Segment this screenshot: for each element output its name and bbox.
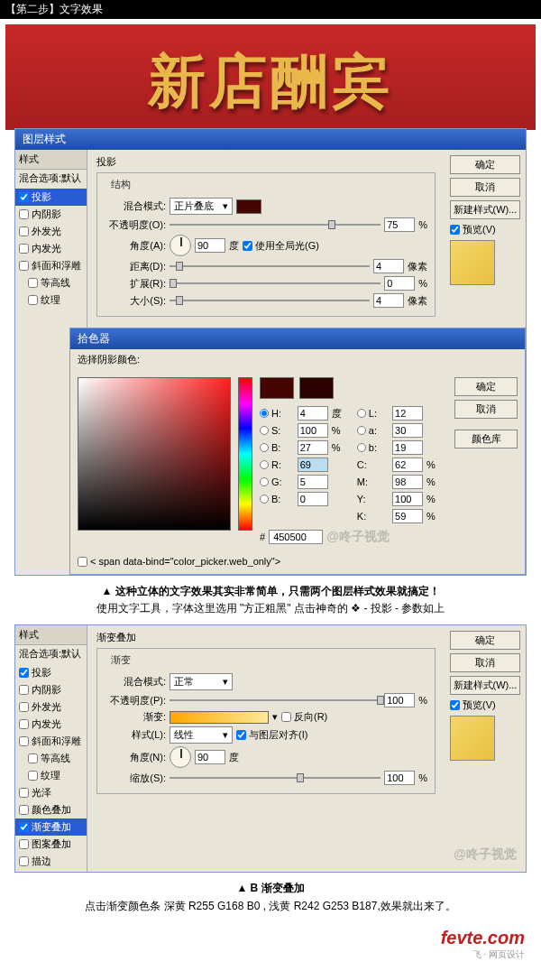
style-item[interactable]: 内发光 [15, 240, 87, 257]
angle-dial[interactable] [170, 235, 191, 256]
style-item[interactable]: 内阴影 [15, 681, 87, 698]
ok-button[interactable]: 确定 [450, 155, 520, 174]
go-style-select[interactable]: 线性▾ [170, 726, 233, 744]
l-radio[interactable] [357, 409, 366, 418]
style-item[interactable]: 斜面和浮雕 [15, 733, 87, 750]
h-radio[interactable] [260, 409, 269, 418]
g-radio[interactable] [260, 477, 269, 486]
style-checkbox[interactable] [28, 771, 38, 781]
go-blend-mode-select[interactable]: 正常▾ [170, 673, 233, 690]
go-angle-input[interactable] [195, 750, 225, 764]
style-checkbox[interactable] [19, 192, 29, 202]
style-checkbox[interactable] [19, 822, 29, 832]
a-input[interactable] [392, 423, 423, 438]
style-item[interactable]: 纹理 [15, 291, 87, 309]
opacity-slider[interactable] [170, 219, 381, 230]
style-item[interactable]: 投影 [15, 664, 87, 681]
g-input[interactable] [298, 475, 328, 489]
size-input[interactable] [373, 293, 404, 308]
style-checkbox[interactable] [19, 702, 29, 712]
size-slider[interactable] [170, 295, 370, 306]
style-item[interactable]: 内阴影 [15, 206, 87, 223]
style-checkbox[interactable] [19, 856, 29, 866]
style-checkbox[interactable] [19, 668, 29, 678]
style-checkbox[interactable] [19, 261, 29, 271]
go-scale-input[interactable] [384, 771, 415, 785]
preview-checkbox[interactable]: 预览(V) [450, 223, 520, 236]
y-input[interactable] [392, 492, 423, 506]
gradient-bar[interactable] [170, 711, 269, 724]
style-item[interactable]: 光泽 [15, 784, 87, 801]
style-checkbox[interactable] [19, 685, 29, 695]
style-checkbox[interactable] [19, 805, 29, 815]
r-input[interactable] [298, 458, 328, 472]
hex-input[interactable] [269, 530, 323, 544]
style-item[interactable]: 纹理 [15, 767, 87, 784]
align-layer-checkbox[interactable]: 与图层对齐(I) [236, 728, 307, 742]
style-item[interactable]: 等高线 [15, 274, 87, 291]
style-item[interactable]: 外发光 [15, 223, 87, 240]
a-radio[interactable] [357, 426, 366, 435]
go-opacity-slider[interactable] [170, 695, 381, 706]
color-field[interactable] [78, 377, 231, 531]
style-checkbox[interactable] [19, 788, 29, 798]
chevron-down-icon[interactable]: ▾ [272, 711, 278, 723]
preview-checkbox-2[interactable]: 预览(V) [450, 698, 520, 712]
blending-options-default-2[interactable]: 混合选项:默认 [15, 645, 87, 662]
shadow-color-swatch[interactable] [236, 199, 261, 214]
style-checkbox[interactable] [19, 244, 29, 254]
style-checkbox[interactable] [19, 736, 29, 746]
go-opacity-input[interactable] [384, 693, 415, 707]
cp-library-button[interactable]: 颜色库 [454, 430, 518, 448]
global-light-checkbox[interactable]: 使用全局光(G) [243, 239, 319, 253]
angle-input[interactable] [195, 238, 225, 253]
b-input[interactable] [392, 440, 423, 455]
b-radio[interactable] [357, 443, 366, 452]
reverse-checkbox[interactable]: 反向(R) [281, 710, 327, 724]
style-checkbox[interactable] [28, 295, 38, 305]
c-input[interactable] [392, 458, 423, 472]
m-input[interactable] [392, 475, 423, 489]
style-item[interactable]: 内发光 [15, 716, 87, 733]
hue-slider[interactable] [238, 377, 252, 531]
bl-radio[interactable] [260, 495, 269, 504]
style-item[interactable]: 描边 [15, 853, 87, 870]
cancel-button-2[interactable]: 取消 [450, 653, 520, 672]
cancel-button[interactable]: 取消 [450, 178, 520, 197]
new-style-button-2[interactable]: 新建样式(W)... [450, 676, 520, 695]
distance-input[interactable] [373, 259, 404, 273]
style-item[interactable]: 外发光 [15, 698, 87, 716]
s-radio[interactable] [260, 426, 269, 435]
style-checkbox[interactable] [28, 753, 38, 763]
spread-slider[interactable] [170, 278, 381, 289]
ok-button-2[interactable]: 确定 [450, 631, 520, 650]
l-input[interactable] [392, 406, 423, 421]
r-radio[interactable] [260, 460, 269, 469]
style-checkbox[interactable] [19, 719, 29, 729]
style-item[interactable]: 投影 [15, 189, 87, 206]
blend-mode-select[interactable]: 正片叠底▾ [170, 198, 233, 215]
opacity-input[interactable] [384, 217, 415, 232]
style-item[interactable]: 颜色叠加 [15, 801, 87, 818]
style-item[interactable]: 渐变叠加 [15, 818, 87, 836]
web-only-checkbox[interactable]: < span data-bind="color_picker.web_only"… [78, 556, 518, 567]
bl-input[interactable] [298, 492, 328, 506]
distance-slider[interactable] [170, 261, 370, 272]
style-item[interactable]: 等高线 [15, 750, 87, 767]
h-input[interactable] [298, 406, 328, 421]
k-input[interactable] [392, 509, 423, 523]
bv-input[interactable] [298, 440, 328, 455]
new-style-button[interactable]: 新建样式(W)... [450, 200, 520, 219]
spread-input[interactable] [384, 276, 415, 291]
bv-radio[interactable] [260, 443, 269, 452]
style-checkbox[interactable] [19, 839, 29, 849]
style-checkbox[interactable] [19, 227, 29, 236]
blending-options-default[interactable]: 混合选项:默认 [15, 170, 87, 187]
go-scale-slider[interactable] [170, 772, 381, 783]
cp-ok-button[interactable]: 确定 [454, 377, 518, 396]
s-input[interactable] [298, 423, 328, 438]
cp-cancel-button[interactable]: 取消 [454, 400, 518, 419]
style-checkbox[interactable] [28, 278, 38, 288]
style-item[interactable]: 斜面和浮雕 [15, 257, 87, 274]
style-checkbox[interactable] [19, 209, 29, 219]
